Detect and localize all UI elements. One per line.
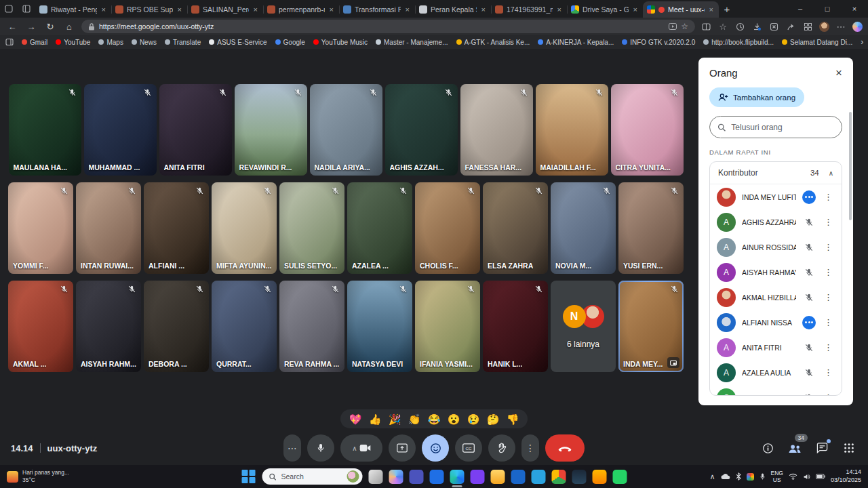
video-tile[interactable]: N 6 lainnya — [551, 281, 616, 372]
participant-menu-icon[interactable]: ⋮ — [822, 367, 835, 378]
browser-tab[interactable]: RPS OBE Supervisi Per × — [111, 1, 187, 18]
tray-app-icon[interactable] — [747, 473, 754, 481]
search-people-input[interactable] — [731, 123, 834, 132]
profile-avatar[interactable] — [819, 22, 829, 32]
reaction-emoji-button[interactable]: 😮 — [447, 412, 460, 426]
video-tile[interactable]: ANITA FITRI — [159, 84, 232, 176]
tab-close-icon[interactable]: × — [556, 5, 563, 14]
more-options-button[interactable]: ⋮ — [521, 434, 539, 462]
video-tile[interactable]: CITRA YUNITA... — [611, 84, 684, 176]
taskbar-app-icon[interactable] — [450, 470, 465, 484]
reaction-emoji-button[interactable]: 😂 — [427, 412, 441, 426]
tab-close-icon[interactable]: × — [176, 5, 183, 14]
reaction-emoji-button[interactable]: 🤔 — [486, 412, 500, 426]
history-icon[interactable] — [734, 21, 745, 32]
refresh-button[interactable]: ↻ — [43, 22, 57, 32]
browser-tab[interactable]: Riwayat - Pengelolaan × — [35, 1, 111, 18]
volume-icon[interactable] — [803, 473, 810, 481]
video-tile[interactable]: MAIADILLAH F... — [536, 84, 608, 176]
back-button[interactable]: ← — [5, 22, 19, 32]
taskbar-app-icon[interactable] — [511, 470, 526, 484]
video-tile[interactable]: AGHIS AZZAH... — [385, 84, 458, 176]
reaction-emoji-button[interactable]: 💖 — [349, 412, 362, 426]
taskbar-app-icon[interactable] — [593, 470, 607, 484]
reactions-button[interactable] — [422, 434, 449, 462]
onedrive-icon[interactable] — [721, 473, 730, 480]
sidebar-icon[interactable] — [5, 37, 14, 47]
browser-tab[interactable]: Peran Kepala Sekolah × — [415, 1, 491, 18]
reaction-emoji-button[interactable]: 😢 — [467, 412, 480, 426]
video-tile[interactable]: MIFTA AYUNIN... — [212, 182, 277, 274]
favorite-star-icon[interactable]: ☆ — [681, 22, 688, 31]
favorites-icon[interactable]: ☆ — [717, 21, 728, 32]
pip-icon[interactable] — [667, 357, 679, 368]
video-tile[interactable]: NADILA ARIYA... — [310, 84, 382, 176]
contributor-header[interactable]: Kontributor 34 ∧ — [710, 162, 842, 184]
start-button[interactable] — [241, 469, 256, 484]
media-control-icon[interactable] — [669, 23, 677, 30]
participant-menu-icon[interactable]: ⋮ — [822, 392, 835, 396]
forward-button[interactable]: → — [24, 22, 38, 32]
present-button[interactable] — [389, 434, 416, 462]
new-tab-button[interactable]: + — [719, 1, 735, 17]
camera-button[interactable]: ∧ — [340, 434, 382, 462]
browser-tab[interactable]: 1741963991_manage × — [491, 1, 567, 18]
reaction-emoji-button[interactable]: 👎 — [506, 412, 519, 426]
downloads-icon[interactable] — [751, 21, 762, 32]
taskbar-app-icon[interactable] — [572, 470, 587, 484]
participant-row[interactable]: A AISYAH RAHMAYANTI ⋮ — [710, 260, 842, 285]
collections-icon[interactable] — [802, 21, 813, 32]
video-tile[interactable]: INTAN RUWAI... — [76, 182, 141, 274]
bookmark-item[interactable]: INFO GTK v.2020.2.0 — [618, 37, 699, 47]
video-tile[interactable]: IFANIA YASMI... — [415, 281, 480, 372]
panel-scrollbar[interactable] — [849, 112, 852, 220]
video-tile[interactable]: MAULANA HA... — [9, 84, 81, 176]
copilot-icon[interactable] — [852, 22, 863, 32]
tab-close-icon[interactable]: × — [328, 5, 335, 14]
taskbar-app-icon[interactable] — [491, 470, 505, 484]
workspaces-icon[interactable] — [0, 1, 18, 16]
restore-button[interactable]: □ — [814, 0, 841, 18]
browser-tab[interactable]: Transformasi Peran Pe × — [339, 1, 415, 18]
video-tile[interactable]: AKMAL ... — [8, 281, 73, 372]
participant-row[interactable]: A ANITA FITRI ⋮ — [710, 335, 842, 360]
video-tile[interactable]: NATASYA DEVI — [347, 281, 412, 372]
video-tile[interactable]: AZALEA ... — [347, 182, 412, 274]
taskbar-app-icon[interactable] — [552, 470, 566, 484]
participant-menu-icon[interactable]: ⋮ — [822, 267, 835, 277]
bookmark-item[interactable]: Selamat Datang Di... — [778, 37, 856, 47]
tab-close-icon[interactable]: × — [632, 5, 639, 14]
browser-tab[interactable]: permenpanrb-no-21-t × — [263, 1, 339, 18]
bookmark-item[interactable]: Translate — [161, 37, 205, 47]
participant-menu-icon[interactable]: ⋮ — [822, 242, 835, 252]
collapse-icon[interactable]: ∧ — [829, 169, 833, 177]
close-panel-icon[interactable]: × — [835, 67, 842, 79]
people-icon[interactable]: 34 — [787, 440, 803, 456]
meeting-details-icon[interactable] — [760, 440, 776, 456]
tab-close-icon[interactable]: × — [480, 5, 487, 14]
participant-menu-icon[interactable]: ⋮ — [822, 292, 835, 302]
tab-close-icon[interactable]: × — [100, 5, 107, 14]
video-tile[interactable]: DEBORA ... — [144, 281, 209, 372]
home-button[interactable]: ⌂ — [62, 22, 76, 32]
taskbar-app-icon[interactable] — [430, 470, 444, 484]
language-switcher[interactable]: ENG US — [771, 470, 783, 483]
video-tile[interactable]: REVAWINDI R... — [235, 84, 307, 176]
video-tile[interactable]: QURRAT... — [212, 281, 277, 372]
bookmark-item[interactable]: News — [127, 37, 161, 47]
browser-tab[interactable]: Meet - uux-otty-ytz × — [643, 1, 719, 18]
video-tile[interactable]: CHOLIS F... — [415, 182, 480, 274]
reaction-emoji-button[interactable]: 🎉 — [388, 412, 401, 426]
video-tile[interactable]: ELSA ZAHRA — [483, 182, 548, 274]
bookmarks-overflow-icon[interactable]: › — [861, 37, 863, 47]
captions-button[interactable]: CC — [455, 434, 482, 462]
more-reactions-button[interactable]: ⋯ — [283, 434, 301, 462]
participant-row[interactable]: AKMAL HIZBILLAH ⋮ — [710, 285, 842, 310]
participant-menu-icon[interactable]: ⋮ — [822, 317, 835, 327]
video-tile[interactable]: NOVIA M... — [551, 182, 616, 274]
bookmark-item[interactable]: Master - Manajeme... — [372, 37, 452, 47]
participant-menu-icon[interactable]: ⋮ — [822, 217, 835, 227]
bookmark-item[interactable]: Google — [271, 37, 309, 47]
participant-row[interactable]: A AZALEA AULIA ⋮ — [710, 360, 842, 385]
participant-menu-icon[interactable]: ⋮ — [822, 192, 835, 202]
